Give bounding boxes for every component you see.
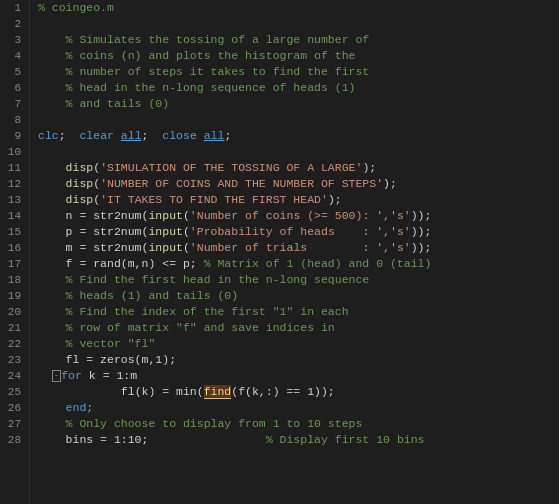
code-token: end [66, 401, 87, 414]
code-line: fl = zeros(m,1); [38, 352, 559, 368]
code-token: )); [411, 209, 432, 222]
code-token: all [204, 129, 225, 142]
code-area[interactable]: % coingeo.m % Simulates the tossing of a… [30, 0, 559, 504]
code-line: disp('IT TAKES TO FIND THE FIRST HEAD'); [38, 192, 559, 208]
code-token: 'Number of trials : ','s' [190, 241, 411, 254]
line-number: 8 [4, 112, 21, 128]
line-number: 22 [4, 336, 21, 352]
code-token: n = str2num [66, 209, 142, 222]
code-token: % Find the index of the first "1" in eac… [66, 305, 349, 318]
code-token: % head in the n-long sequence of heads (… [66, 81, 356, 94]
code-line: % Simulates the tossing of a large numbe… [38, 32, 559, 48]
code-token: ); [328, 193, 342, 206]
line-number: 20 [4, 304, 21, 320]
line-number: 11 [4, 160, 21, 176]
code-token: input [148, 241, 183, 254]
code-token [114, 129, 121, 142]
code-token: % heads (1) and tails (0) [66, 289, 239, 302]
code-line [38, 144, 559, 160]
code-token: fl = zeros(m,1); [66, 353, 176, 366]
code-line: % head in the n-long sequence of heads (… [38, 80, 559, 96]
line-number: 28 [4, 432, 21, 448]
code-token: )); [411, 241, 432, 254]
code-token: f = rand(m,n) <= p; [66, 257, 204, 270]
code-line: % Find the first head in the n-long sequ… [38, 272, 559, 288]
code-token: ); [362, 161, 376, 174]
code-token: disp [66, 193, 94, 206]
line-number: 16 [4, 240, 21, 256]
code-token: bins = 1:10; [66, 433, 149, 446]
line-number: 7 [4, 96, 21, 112]
code-line: % Only choose to display from 1 to 10 st… [38, 416, 559, 432]
code-line: % and tails (0) [38, 96, 559, 112]
line-number: 2 [4, 16, 21, 32]
line-number: 24 [4, 368, 21, 384]
code-token: k = 1:m [82, 369, 137, 382]
line-number: 27 [4, 416, 21, 432]
code-token: % row of matrix "f" and save indices in [66, 321, 335, 334]
line-numbers: 1234567891011121314151617181920212223242… [0, 0, 30, 504]
code-token: ; [224, 129, 231, 142]
code-token: % coins (n) and plots the histogram of t… [66, 49, 356, 62]
code-line: % coingeo.m [38, 0, 559, 16]
code-token: 'Probability of heads : ','s' [190, 225, 411, 238]
code-line [38, 16, 559, 32]
line-number: 5 [4, 64, 21, 80]
code-line: -for k = 1:m [38, 368, 559, 384]
line-number: 14 [4, 208, 21, 224]
line-number: 17 [4, 256, 21, 272]
fold-icon[interactable]: - [52, 370, 61, 382]
code-line: m = str2num(input('Number of trials : ',… [38, 240, 559, 256]
code-token: % vector "fl" [66, 337, 156, 350]
code-token: close [162, 129, 197, 142]
line-number: 4 [4, 48, 21, 64]
code-token: % Matrix of 1 (head) and 0 (tail) [204, 257, 432, 270]
code-token: fl(k) = min( [93, 385, 203, 398]
code-token: input [148, 225, 183, 238]
line-number: 1 [4, 0, 21, 16]
code-token: p = str2num [66, 225, 142, 238]
code-token: (f(k,:) == 1)); [231, 385, 335, 398]
code-token: for [61, 369, 82, 382]
code-token [197, 129, 204, 142]
code-line: clc; clear all; close all; [38, 128, 559, 144]
code-token: 'SIMULATION OF THE TOSSING OF A LARGE' [100, 161, 362, 174]
line-number: 25 [4, 384, 21, 400]
code-token: ( [183, 225, 190, 238]
code-token: 'IT TAKES TO FIND THE FIRST HEAD' [100, 193, 328, 206]
line-number: 10 [4, 144, 21, 160]
line-number: 13 [4, 192, 21, 208]
code-token: ; [142, 129, 163, 142]
code-token: input [148, 209, 183, 222]
code-token: find [204, 385, 232, 399]
code-token: )); [411, 225, 432, 238]
line-number: 23 [4, 352, 21, 368]
code-token: % coingeo.m [38, 1, 114, 14]
code-token: ( [183, 241, 190, 254]
code-line: n = str2num(input('Number of coins (>= 5… [38, 208, 559, 224]
line-number: 21 [4, 320, 21, 336]
line-number: 26 [4, 400, 21, 416]
code-token: % number of steps it takes to find the f… [66, 65, 370, 78]
code-line: % row of matrix "f" and save indices in [38, 320, 559, 336]
code-editor: 1234567891011121314151617181920212223242… [0, 0, 559, 504]
line-number: 19 [4, 288, 21, 304]
code-line: disp('SIMULATION OF THE TOSSING OF A LAR… [38, 160, 559, 176]
code-token: ; [86, 401, 93, 414]
line-number: 9 [4, 128, 21, 144]
code-token: all [121, 129, 142, 142]
code-token: % and tails (0) [66, 97, 170, 110]
code-token: % Display first 10 bins [148, 433, 424, 446]
code-line: f = rand(m,n) <= p; % Matrix of 1 (head)… [38, 256, 559, 272]
line-number: 15 [4, 224, 21, 240]
code-token: ); [383, 177, 397, 190]
code-token: clc [38, 129, 59, 142]
code-line: % vector "fl" [38, 336, 559, 352]
code-token: ( [183, 209, 190, 222]
code-line: % Find the index of the first "1" in eac… [38, 304, 559, 320]
code-line: fl(k) = min(find(f(k,:) == 1)); [38, 384, 559, 400]
line-number: 12 [4, 176, 21, 192]
code-token: m = str2num [66, 241, 142, 254]
code-token: disp [66, 161, 94, 174]
code-token: % Only choose to display from 1 to 10 st… [66, 417, 363, 430]
